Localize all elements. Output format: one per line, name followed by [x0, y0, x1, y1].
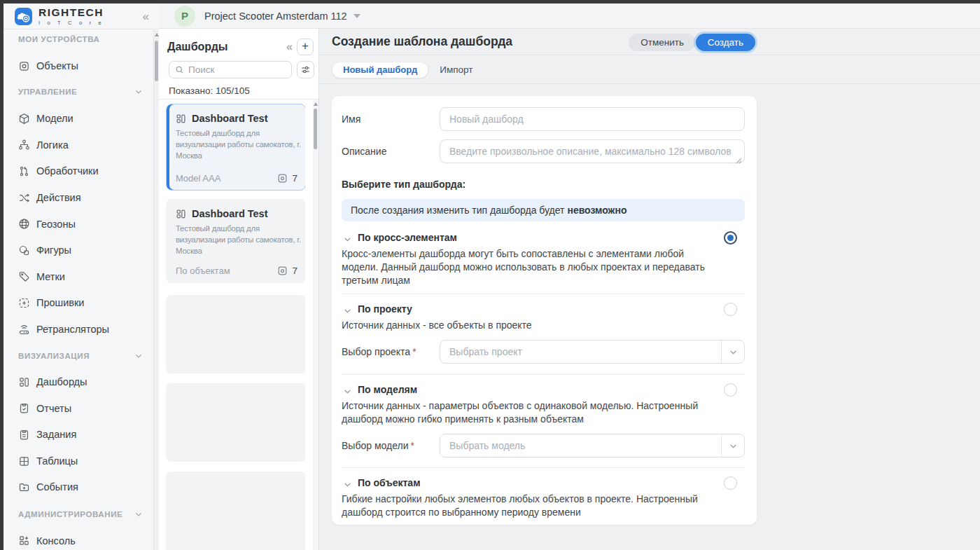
cube-icon: [18, 113, 30, 125]
sidebar-item-logic[interactable]: Логика: [4, 132, 153, 158]
project-avatar[interactable]: P: [174, 6, 195, 27]
table-icon: [18, 455, 30, 467]
sidebar-item-label: Геозоны: [36, 219, 76, 230]
sidebar-item-objects[interactable]: Объекты: [4, 53, 153, 79]
sidebar-item-actions[interactable]: Действия: [4, 184, 153, 211]
create-button[interactable]: Создать: [696, 34, 755, 51]
dashboard-card-icon: [176, 114, 186, 124]
sidebar-item-geofences[interactable]: Геозоны: [4, 211, 153, 238]
option-description: Гибкие настройки любых элементов любых о…: [342, 493, 745, 519]
model-select[interactable]: Выбрать модель: [440, 434, 745, 458]
sidebar-item-label: Отчеты: [36, 403, 71, 414]
sidebar-item-relays[interactable]: Ретрансляторы: [4, 316, 153, 343]
resize-grip-icon[interactable]: [736, 154, 742, 160]
card-count: 7: [292, 266, 298, 276]
select-chevron-icon[interactable]: [721, 341, 744, 363]
firmware-icon: [18, 297, 30, 309]
description-input[interactable]: [440, 140, 744, 163]
sidebar-item-shapes[interactable]: Фигуры: [4, 237, 153, 263]
sidebar-item-label: Таблицы: [36, 455, 78, 467]
select-chevron-icon[interactable]: [721, 434, 744, 457]
add-dashboard-button[interactable]: +: [297, 39, 314, 55]
brand-subtitle: I o T C o r e: [38, 20, 104, 26]
tab-import[interactable]: Импорт: [440, 64, 472, 75]
dashboard-form-card: Имя Описание Выберите тип дашборда: Посл…: [332, 96, 757, 525]
description-label: Описание: [342, 146, 440, 157]
sidebar-collapse-icon[interactable]: «: [140, 9, 152, 24]
sliders-icon: [300, 64, 311, 75]
name-input[interactable]: [440, 107, 745, 131]
sidebar-item-console[interactable]: Консоль: [4, 528, 153, 550]
cancel-button[interactable]: Отменить: [629, 34, 696, 51]
chevron-down-icon[interactable]: [343, 234, 352, 243]
panel-collapse-icon[interactable]: «: [286, 41, 297, 53]
card-count: 7: [292, 173, 298, 184]
dashboards-icon: [18, 376, 30, 388]
nav-section-administration[interactable]: АДМИНИСТРИРОВАНИЕ: [4, 501, 153, 528]
panel-header: Дашборды « +: [167, 32, 314, 61]
radio-by-objects[interactable]: [724, 476, 737, 490]
objects-count-icon: [277, 173, 288, 184]
project-select[interactable]: Выбрать проект: [440, 340, 745, 364]
sidebar-item-tasks[interactable]: Задания: [4, 421, 153, 448]
option-label[interactable]: По объектам: [358, 477, 421, 488]
dashboard-card-selected[interactable]: Dashboard Test Тестовый дашборд для визу…: [166, 104, 305, 191]
project-select-row: Выбор проекта* Выбрать проект: [342, 340, 745, 364]
radio-by-project[interactable]: [724, 303, 737, 316]
select-placeholder: Выбрать проект: [449, 346, 522, 357]
dashboard-card-placeholder[interactable]: [166, 295, 305, 373]
sidebar-scrollbar[interactable]: [153, 30, 159, 550]
dashboard-card[interactable]: Dashboard Test Тестовый дашборд для визу…: [166, 199, 305, 283]
nav-section-management[interactable]: УПРАВЛЕНИЕ: [4, 78, 153, 105]
main-header: Создание шаблона дашборда Отменить Созда…: [319, 29, 980, 55]
radio-by-models[interactable]: [724, 383, 737, 397]
project-select-label: Выбор проекта*: [342, 346, 440, 357]
sidebar-item-label: Объекты: [36, 60, 78, 71]
sidebar-item-label: Действия: [36, 192, 81, 203]
chevron-down-icon[interactable]: [343, 305, 352, 315]
project-selector[interactable]: Project Scooter Amsterdam 112: [204, 11, 347, 22]
scrollbar-up-arrow[interactable]: [314, 102, 318, 106]
description-row: Описание: [342, 139, 745, 163]
option-by-models: По моделям: [342, 383, 745, 397]
tab-new-dashboard[interactable]: Новый дашборд: [332, 62, 428, 78]
dashboard-card-placeholder[interactable]: [166, 472, 305, 550]
radio-cross-elements[interactable]: [724, 231, 737, 245]
sidebar-item-tags[interactable]: Метки: [4, 263, 153, 290]
pipeline-icon: [18, 165, 30, 177]
window-frame-top: [0, 0, 980, 4]
scrollbar-thumb[interactable]: [155, 41, 158, 81]
sidebar-item-handlers[interactable]: Обработчики: [4, 158, 153, 184]
section-label: УПРАВЛЕНИЕ: [18, 88, 77, 96]
cards-scrollbar[interactable]: [313, 99, 318, 550]
card-footer-label: Model AAA: [176, 173, 220, 184]
sidebar-item-firmware[interactable]: Прошивки: [4, 289, 153, 316]
sidebar-item-label: Метки: [36, 271, 65, 282]
shown-counter: Показано: 105/105: [169, 85, 250, 96]
search-input[interactable]: [188, 64, 286, 75]
sidebar-item-events[interactable]: События: [4, 474, 153, 500]
filter-button[interactable]: [297, 61, 314, 78]
sidebar-item-models[interactable]: Модели: [4, 105, 153, 132]
scrollbar-thumb[interactable]: [314, 109, 317, 149]
chevron-down-icon[interactable]: [343, 386, 352, 395]
objects-count-icon: [277, 266, 288, 276]
tabs: Новый дашборд Импорт: [319, 56, 980, 84]
nav-section-visualization[interactable]: ВИЗУАЛИЗАЦИЯ: [4, 343, 153, 369]
rightech-logo-icon: [15, 8, 32, 25]
sidebar-item-dashboards[interactable]: Дашборды: [4, 369, 153, 395]
sidebar-item-tables[interactable]: Таблицы: [4, 448, 153, 474]
option-label[interactable]: По проекту: [358, 303, 412, 315]
option-description: Источник данных - все объекты в проекте: [342, 319, 745, 332]
option-label[interactable]: По моделям: [358, 384, 417, 395]
dashboard-card-placeholder[interactable]: [166, 383, 305, 462]
chevron-down-icon[interactable]: [343, 479, 352, 488]
option-cross-elements: По кросс-элементам: [342, 231, 745, 245]
relay-icon: [18, 324, 30, 336]
caret-down-icon[interactable]: [354, 14, 360, 18]
option-label[interactable]: По кросс-элементам: [358, 232, 457, 243]
sidebar-item-reports[interactable]: Отчеты: [4, 395, 153, 422]
search-box[interactable]: [169, 61, 292, 78]
brand-name: RIGHTECH: [38, 7, 104, 18]
dashboards-panel: Дашборды « + Показано: 105/105 Dashboard…: [159, 29, 319, 550]
